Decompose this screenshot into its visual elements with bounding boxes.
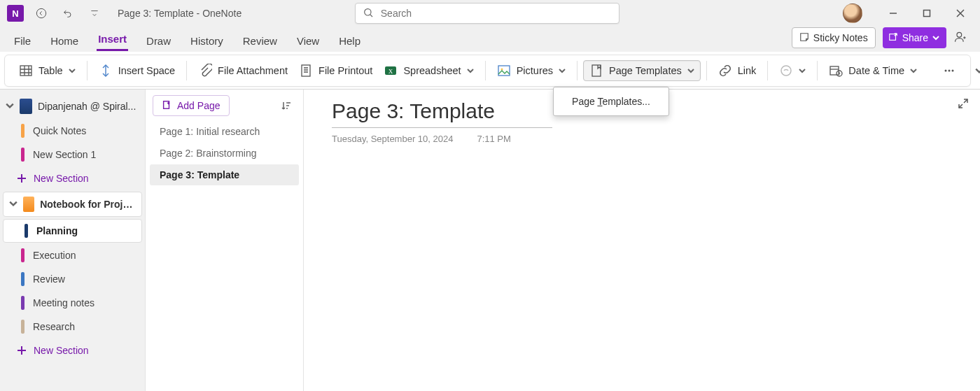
menu-tab-insert[interactable]: Insert xyxy=(97,29,128,51)
page-templates-button[interactable]: Page Templates xyxy=(583,60,701,81)
picture-icon xyxy=(497,64,511,78)
page-templates-menu-item[interactable]: Page Templates... xyxy=(554,92,668,111)
notebook-header[interactable]: Notebook for Project A xyxy=(3,192,142,217)
menu-tab-help[interactable]: Help xyxy=(337,31,362,51)
section-color-tab xyxy=(21,296,24,310)
section-name: Review xyxy=(33,273,65,285)
qat-overflow-button[interactable] xyxy=(83,2,106,24)
page-canvas[interactable]: Page 3: Template Tuesday, September 10, … xyxy=(304,90,980,391)
section-item[interactable]: Quick Notes xyxy=(0,119,145,143)
back-button[interactable] xyxy=(29,2,53,24)
new-section-button[interactable]: New Section xyxy=(0,166,145,190)
section-name: Meeting notes xyxy=(33,297,94,308)
insert-space-icon xyxy=(99,64,113,78)
menu-tab-view[interactable]: View xyxy=(295,31,321,51)
sort-pages-button[interactable] xyxy=(276,96,296,115)
title-bar: N Page 3: Template - OneNote xyxy=(0,0,980,27)
sticky-notes-label: Sticky Notes xyxy=(813,32,868,43)
page-item[interactable]: Page 3: Template xyxy=(150,164,299,185)
page-templates-icon xyxy=(589,64,603,78)
chevron-down-icon xyxy=(467,65,474,76)
page-date: Tuesday, September 10, 2024 xyxy=(332,134,453,144)
share-label: Share xyxy=(902,32,928,43)
chevron-down-icon xyxy=(6,101,14,112)
svg-rect-3 xyxy=(889,34,895,40)
svg-point-16 xyxy=(948,69,951,71)
more-commands-button[interactable] xyxy=(937,61,962,80)
pictures-button[interactable]: Pictures xyxy=(491,61,571,80)
search-box[interactable] xyxy=(355,3,620,24)
notebook-icon xyxy=(20,99,32,114)
paperclip-icon xyxy=(198,64,212,78)
svg-rect-9 xyxy=(498,66,510,76)
link-button[interactable]: Link xyxy=(713,61,762,80)
minimize-button[interactable] xyxy=(878,0,909,27)
chevron-down-icon xyxy=(9,199,18,210)
expand-page-button[interactable] xyxy=(953,94,973,113)
chevron-down-icon xyxy=(910,65,917,76)
add-page-button[interactable]: Add Page xyxy=(153,95,230,116)
notebook-icon xyxy=(23,197,34,212)
section-item[interactable]: Planning xyxy=(3,219,142,243)
file-attachment-button[interactable]: File Attachment xyxy=(192,61,293,80)
section-item[interactable]: Research xyxy=(0,315,145,339)
date-time-button[interactable]: Date & Time xyxy=(823,61,923,80)
spreadsheet-button[interactable]: X Spreadsheet xyxy=(378,61,479,80)
section-color-tab xyxy=(21,124,24,138)
menu-tab-home[interactable]: Home xyxy=(49,31,80,51)
section-item[interactable]: New Section 1 xyxy=(0,143,145,166)
file-printout-button[interactable]: File Printout xyxy=(293,61,378,80)
undo-button[interactable] xyxy=(56,2,80,24)
page-item[interactable]: Page 2: Brainstorming xyxy=(150,143,299,164)
new-section-button[interactable]: New Section xyxy=(0,339,145,362)
notebook-header[interactable]: Dipanjenah @ Spiral... xyxy=(0,94,145,119)
svg-point-12 xyxy=(781,66,791,76)
sticky-notes-button[interactable]: Sticky Notes xyxy=(792,27,876,48)
page-time: 7:11 PM xyxy=(477,134,510,144)
main-area: Dipanjenah @ Spiral...Quick NotesNew Sec… xyxy=(0,90,980,391)
section-color-tab xyxy=(21,148,24,162)
link-icon xyxy=(718,64,732,78)
svg-point-15 xyxy=(945,69,947,71)
chevron-down-icon xyxy=(932,32,939,43)
close-window-button[interactable] xyxy=(945,0,976,27)
section-item[interactable]: Review xyxy=(0,267,145,291)
section-item[interactable]: Execution xyxy=(0,243,145,267)
insert-space-button[interactable]: Insert Space xyxy=(93,61,181,80)
page-list-panel: Add Page Page 1: Initial researchPage 2:… xyxy=(146,90,304,391)
ellipsis-icon xyxy=(942,64,956,78)
add-page-icon xyxy=(162,100,172,112)
notebook-name: Dipanjenah @ Spiral... xyxy=(38,101,136,112)
calendar-clock-icon xyxy=(829,64,843,78)
menu-tab-history[interactable]: History xyxy=(189,31,225,51)
section-item[interactable]: Meeting notes xyxy=(0,291,145,315)
share-icon xyxy=(888,32,898,44)
table-button[interactable]: Table xyxy=(13,61,81,80)
note-icon xyxy=(799,32,809,44)
table-icon xyxy=(19,64,33,78)
svg-point-10 xyxy=(500,68,503,70)
menu-tab-file[interactable]: File xyxy=(13,31,32,51)
maximize-button[interactable] xyxy=(911,0,942,27)
menu-tab-draw[interactable]: Draw xyxy=(145,31,172,51)
user-avatar[interactable] xyxy=(843,3,862,23)
chevron-down-icon xyxy=(69,65,76,76)
audio-button[interactable] xyxy=(774,61,811,80)
chevron-down-icon xyxy=(799,65,806,76)
svg-point-17 xyxy=(952,69,954,71)
chevron-down-icon xyxy=(559,65,566,76)
collapse-ribbon-button[interactable] xyxy=(975,52,980,90)
page-item[interactable]: Page 1: Initial research xyxy=(150,121,299,142)
svg-point-1 xyxy=(364,8,370,15)
section-name: Research xyxy=(33,321,75,332)
menu-tab-review[interactable]: Review xyxy=(241,31,279,51)
chevron-down-icon xyxy=(687,65,694,76)
account-manager-button[interactable] xyxy=(953,30,967,46)
document-title: Page 3: Template - OneNote xyxy=(118,8,241,19)
svg-rect-5 xyxy=(20,66,31,76)
section-name: Planning xyxy=(36,225,78,236)
section-color-tab xyxy=(21,248,24,262)
share-button[interactable]: Share xyxy=(883,27,946,48)
search-input[interactable] xyxy=(379,7,612,20)
page-meta: Tuesday, September 10, 2024 7:11 PM xyxy=(332,134,952,144)
